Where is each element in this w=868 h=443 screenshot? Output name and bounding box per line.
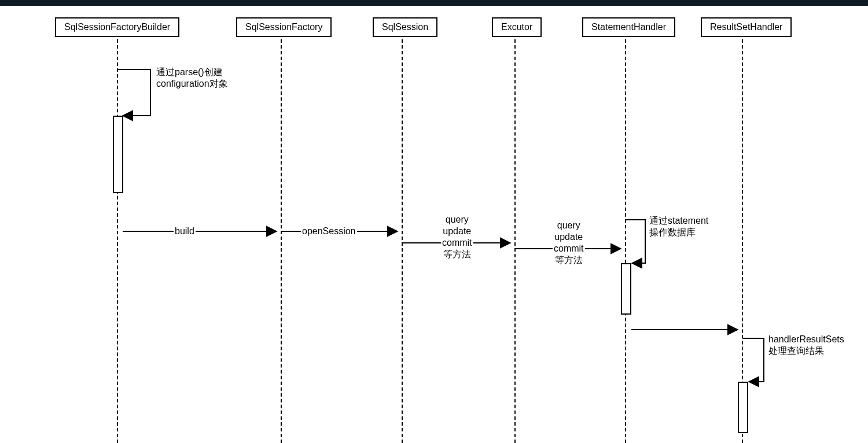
label-line: 通过statement bbox=[649, 216, 708, 226]
label-line: configuration对象 bbox=[156, 79, 228, 88]
participant-p4: StatementHandler bbox=[582, 17, 675, 37]
label-self-parse: 通过parse()创建 configuration对象 bbox=[155, 67, 229, 90]
participant-p5: ResultSetHandler bbox=[701, 17, 792, 37]
top-bar bbox=[0, 0, 868, 6]
label-line: handlerResultSets bbox=[768, 334, 844, 344]
participant-p1: SqlSessionFactory bbox=[236, 17, 332, 37]
label-text: openSession bbox=[302, 226, 356, 236]
participant-label: StatementHandler bbox=[591, 22, 666, 32]
activation-p0 bbox=[113, 116, 123, 193]
participant-p3: Excutor bbox=[492, 17, 542, 37]
label-line: 通过parse()创建 bbox=[156, 67, 223, 77]
diagram-overlay bbox=[0, 6, 868, 443]
participant-label: SqlSessionFactory bbox=[245, 22, 322, 32]
lifeline-p0 bbox=[117, 39, 118, 443]
label-line: commit bbox=[554, 243, 584, 253]
participant-p2: SqlSession bbox=[373, 17, 437, 37]
label-line: query bbox=[446, 215, 469, 224]
label-line: 等方法 bbox=[443, 249, 471, 259]
label-line: update bbox=[443, 226, 471, 236]
label-build: build bbox=[174, 226, 196, 237]
label-open-session: openSession bbox=[301, 226, 357, 237]
lifeline-p3 bbox=[514, 39, 516, 443]
label-line: commit bbox=[442, 238, 472, 248]
label-line: query bbox=[557, 220, 580, 230]
lifeline-p4 bbox=[625, 39, 626, 443]
participant-label: SqlSession bbox=[382, 22, 428, 32]
activation-p5 bbox=[738, 382, 748, 433]
participant-label: SqlSessionFactoryBuilder bbox=[64, 22, 170, 32]
label-line: update bbox=[554, 232, 583, 242]
lifeline-p2 bbox=[402, 39, 403, 443]
sequence-diagram: SqlSessionFactoryBuilder SqlSessionFacto… bbox=[0, 6, 868, 443]
label-line: 处理查询结果 bbox=[768, 346, 824, 356]
activation-p4 bbox=[621, 263, 631, 315]
label-executor-ops: query update commit 等方法 bbox=[553, 220, 585, 266]
participant-p0: SqlSessionFactoryBuilder bbox=[55, 17, 179, 37]
participant-label: Excutor bbox=[501, 22, 532, 32]
lifeline-p1 bbox=[281, 39, 282, 443]
label-result-op: handlerResultSets 处理查询结果 bbox=[767, 334, 845, 357]
label-session-ops: query update commit 等方法 bbox=[441, 214, 473, 260]
label-statement-op: 通过statement 操作数据库 bbox=[648, 215, 709, 238]
label-line: 操作数据库 bbox=[649, 227, 696, 237]
label-line: 等方法 bbox=[555, 255, 583, 265]
participant-label: ResultSetHandler bbox=[710, 22, 782, 32]
label-text: build bbox=[175, 226, 194, 236]
